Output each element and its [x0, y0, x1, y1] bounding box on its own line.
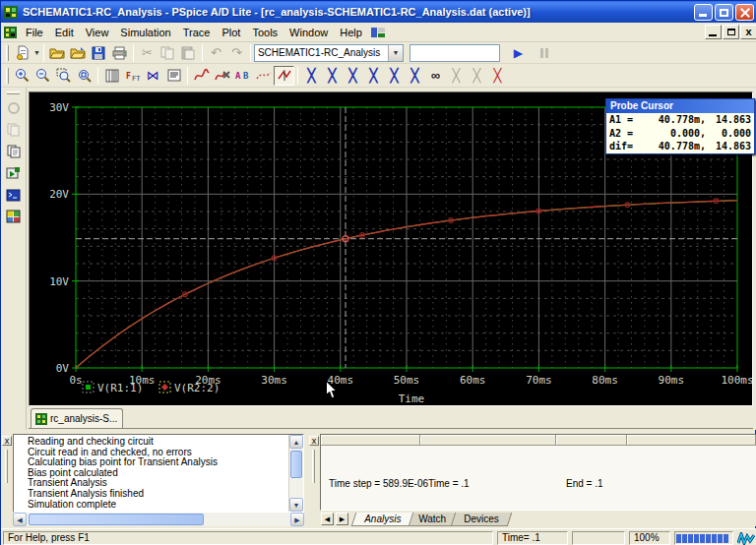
add-trace-button[interactable] — [191, 66, 212, 86]
menu-item-view[interactable]: View — [80, 25, 115, 40]
svg-text:A: A — [235, 71, 241, 81]
scroll-down-icon[interactable]: ▼ — [289, 498, 303, 512]
log-line: Reading and checking circuit — [28, 437, 287, 448]
simulation-progress-bar — [674, 531, 733, 545]
menu-item-edit[interactable]: Edit — [49, 25, 80, 40]
zoom-fit-button[interactable] — [74, 66, 94, 86]
output-panel-gripper[interactable] — [5, 450, 8, 483]
scroll-left-icon[interactable]: ◀ — [13, 513, 27, 526]
zoom-in-button[interactable] — [12, 66, 32, 86]
pages-icon — [7, 123, 21, 137]
probe-cursor-row-a1: A1 =40.778m,14.863 — [606, 113, 754, 127]
prev-transition-button[interactable]: ╳ — [467, 66, 487, 86]
minimize-button[interactable] — [694, 4, 713, 21]
menu-item-simulation[interactable]: Simulation — [114, 25, 176, 40]
print-button[interactable] — [109, 43, 130, 63]
menu-item-plot[interactable]: Plot — [216, 25, 246, 40]
pause-button[interactable] — [535, 43, 555, 63]
cursor-trough-button[interactable]: ╳ — [322, 66, 343, 86]
simulation-queue-button[interactable] — [4, 163, 24, 183]
probe-cursor-titlebar[interactable]: Probe Cursor — [606, 99, 754, 113]
simulation-combobox[interactable] — [410, 44, 500, 62]
log-vertical-scrollbar[interactable]: ▲ ▼ — [288, 435, 303, 512]
table-header-cell — [627, 435, 756, 446]
svg-text:90ms: 90ms — [659, 374, 685, 387]
svg-text:50ms: 50ms — [394, 374, 420, 387]
mark-label-button[interactable]: ╳ — [487, 66, 508, 86]
cursor-max-button[interactable]: ╳ — [384, 66, 405, 86]
zoom-area-button[interactable] — [53, 66, 74, 86]
title-bar: SCHEMATIC1-RC_Analysis - PSpice A/D Lite… — [1, 1, 756, 23]
copy-to-clipboard-button[interactable] — [4, 142, 24, 161]
simulation-results-button[interactable] — [4, 207, 24, 226]
svg-text:100ms: 100ms — [721, 374, 752, 387]
undo-button[interactable]: ↶ — [206, 43, 226, 63]
log-vscroll-thumb[interactable] — [290, 451, 302, 478]
log-x-axis-button[interactable] — [101, 66, 122, 86]
plot-tab-icon — [35, 413, 47, 425]
status-time: Time= .1 — [497, 531, 568, 545]
paste-button[interactable] — [178, 43, 199, 63]
probe-cursor-row-dif: dif=40.778m,14.863 — [606, 140, 754, 153]
menu-item-help[interactable]: Help — [334, 25, 368, 40]
save-button[interactable] — [89, 43, 109, 63]
scroll-right-icon[interactable]: ▶ — [290, 513, 304, 526]
combo-dropdown-icon[interactable]: ▼ — [388, 45, 403, 61]
plot-tab[interactable]: rc_analysis-S... — [31, 408, 123, 428]
new-dropdown-chevron[interactable]: ▼ — [33, 49, 40, 56]
cursor-point-button[interactable]: ╳ — [405, 66, 425, 86]
pspice-window: SCHEMATIC1-RC_Analysis - PSpice A/D Lite… — [0, 0, 756, 545]
tabs-scroll-left-icon[interactable]: ◀ — [321, 513, 334, 525]
menu-item-tools[interactable]: Tools — [246, 25, 284, 40]
menu-item-trace[interactable]: Trace — [177, 25, 217, 40]
goal-function-button[interactable]: AB — [232, 66, 253, 86]
svg-text:30ms: 30ms — [261, 374, 287, 387]
redo-button[interactable]: ↷ — [226, 43, 247, 63]
run-button[interactable]: ▶ — [508, 43, 529, 63]
help-pointer-button[interactable] — [4, 98, 24, 118]
new-simulation-button[interactable] — [12, 43, 32, 63]
cursor-slope-button[interactable]: ╳ — [343, 66, 363, 86]
close-button[interactable] — [735, 4, 754, 21]
copy-button[interactable] — [158, 43, 178, 63]
output-window-button[interactable] — [4, 185, 24, 205]
mouse-cursor — [324, 381, 340, 400]
status-panel-close-icon[interactable]: x — [309, 436, 319, 446]
svg-text:80ms: 80ms — [592, 374, 618, 387]
restore-button[interactable] — [715, 4, 733, 21]
toggle-cursor-button[interactable] — [274, 66, 294, 86]
cursor-search-button[interactable]: ∞ — [425, 66, 446, 86]
status-panel-gripper[interactable] — [312, 450, 315, 483]
cursor-peak-button[interactable]: ╳ — [301, 66, 322, 86]
svg-text:20V: 20V — [49, 188, 69, 201]
log-hscroll-thumb[interactable] — [29, 514, 204, 525]
standard-toolbar: ▼ ✂ ↶ ↷ SCHEMATIC1-RC_Analysis ▼ ▶ — [1, 42, 756, 64]
tab-analysis[interactable]: Analysis — [351, 513, 414, 526]
append-file-button[interactable] — [68, 43, 89, 63]
cursor-min-button[interactable]: ╳ — [363, 66, 384, 86]
view-netlist-button[interactable] — [4, 120, 24, 140]
tabs-scroll-right-icon[interactable]: ▶ — [336, 513, 348, 525]
simulation-profile-combobox[interactable]: SCHEMATIC1-RC_Analysis ▼ — [254, 44, 404, 62]
tab-devices[interactable]: Devices — [451, 513, 512, 526]
menu-item-window[interactable]: Window — [284, 25, 334, 40]
mark-data-points-button[interactable] — [253, 66, 274, 86]
menu-item-file[interactable]: File — [20, 25, 49, 40]
open-button[interactable] — [47, 43, 68, 63]
mdi-close-button[interactable]: x — [740, 25, 756, 39]
probe-cursor-window[interactable]: Probe Cursor A1 =40.778m,14.863 A2 =0.00… — [605, 98, 755, 154]
cut-button[interactable]: ✂ — [137, 43, 158, 63]
output-log-lines: Reading and checking circuit Circuit rea… — [28, 437, 287, 510]
next-transition-button[interactable]: ╳ — [446, 66, 467, 86]
simulation-output-button[interactable] — [163, 66, 184, 86]
schematic-icon — [370, 26, 386, 39]
fourier-button[interactable]: FFT — [122, 66, 143, 86]
delete-traces-button[interactable] — [212, 66, 232, 86]
performance-analysis-button[interactable]: ⋈ — [143, 66, 163, 86]
log-horizontal-scrollbar[interactable]: ◀ ▶ — [13, 513, 304, 526]
mdi-minimize-button[interactable] — [705, 25, 722, 39]
zoom-out-button[interactable] — [32, 66, 53, 86]
mdi-restore-button[interactable] — [723, 25, 739, 39]
scroll-up-icon[interactable]: ▲ — [289, 435, 303, 449]
output-panel-close-icon[interactable]: x — [2, 436, 12, 446]
